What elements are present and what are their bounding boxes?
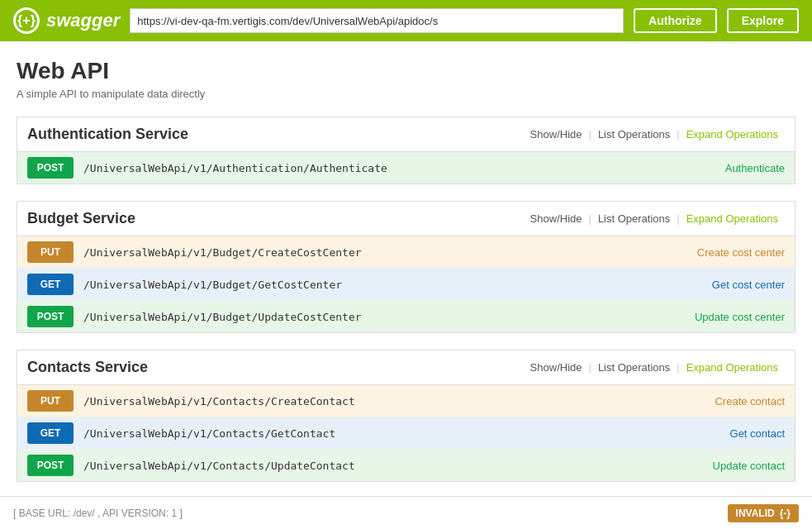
api-path: /UniversalWebApi/v1/Budget/UpdateCostCen… [83, 311, 695, 323]
service-budget-name: Budget Service [27, 210, 524, 227]
api-path: /UniversalWebApi/v1/Contacts/CreateConta… [83, 395, 715, 407]
service-budget-header: Budget Service Show/Hide | List Operatio… [17, 202, 795, 236]
header: {+} swagger Authorize Explore [0, 0, 812, 41]
auth-expand-ops[interactable]: Expand Operations [680, 128, 785, 141]
service-budget: Budget Service Show/Hide | List Operatio… [17, 201, 795, 333]
api-description: Get contact [730, 427, 785, 440]
api-path: /UniversalWebApi/v1/Contacts/GetContact [83, 427, 730, 440]
api-row[interactable]: POST /UniversalWebApi/v1/Budget/UpdateCo… [17, 301, 795, 332]
api-description: Update contact [713, 460, 785, 472]
budget-show-hide[interactable]: Show/Hide [524, 212, 589, 225]
service-authentication-controls: Show/Hide | List Operations | Expand Ope… [524, 128, 785, 141]
page-subtitle: A simple API to manipulate data directly [17, 88, 795, 100]
method-badge-get: GET [27, 422, 74, 444]
logo-text: swagger [46, 10, 120, 31]
auth-show-hide[interactable]: Show/Hide [524, 128, 589, 141]
service-contacts: Contacts Service Show/Hide | List Operat… [17, 350, 795, 482]
footer-status-icon: {-} [780, 508, 791, 519]
auth-list-ops[interactable]: List Operations [591, 128, 677, 141]
budget-list-ops[interactable]: List Operations [591, 212, 677, 225]
method-badge-post: POST [27, 455, 74, 476]
api-row[interactable]: POST /UniversalWebApi/v1/Contacts/Update… [17, 450, 795, 481]
method-badge-put: PUT [27, 390, 74, 412]
page-title: Web API [17, 58, 795, 84]
api-description: Get cost center [712, 279, 785, 291]
method-badge-get: GET [27, 274, 74, 295]
footer-status-badge: INVALID {-} [728, 504, 799, 522]
url-input[interactable] [130, 8, 624, 33]
logo: {+} swagger [13, 7, 120, 34]
api-row[interactable]: POST /UniversalWebApi/v1/Authentication/… [17, 152, 795, 183]
logo-icon: {+} [13, 7, 40, 34]
method-badge-post: POST [27, 306, 74, 327]
contacts-list-ops[interactable]: List Operations [591, 361, 677, 374]
budget-expand-ops[interactable]: Expand Operations [680, 212, 785, 225]
service-budget-controls: Show/Hide | List Operations | Expand Ope… [524, 212, 785, 225]
api-description: Update cost center [695, 311, 785, 323]
api-row[interactable]: PUT /UniversalWebApi/v1/Contacts/CreateC… [17, 385, 795, 417]
footer-status-label: INVALID [736, 508, 775, 519]
explore-button[interactable]: Explore [727, 8, 799, 33]
service-contacts-name: Contacts Service [27, 359, 524, 376]
api-description: Create cost center [697, 246, 785, 259]
api-row[interactable]: PUT /UniversalWebApi/v1/Budget/CreateCos… [17, 236, 795, 269]
api-description: Create contact [715, 395, 785, 407]
api-path: /UniversalWebApi/v1/Contacts/UpdateConta… [83, 460, 713, 472]
method-badge-put: PUT [27, 241, 74, 263]
api-path: /UniversalWebApi/v1/Budget/GetCostCenter [83, 279, 712, 291]
api-description: Authenticate [725, 162, 785, 174]
service-contacts-header: Contacts Service Show/Hide | List Operat… [17, 350, 795, 385]
contacts-show-hide[interactable]: Show/Hide [524, 361, 589, 374]
main-content: Web API A simple API to manipulate data … [0, 41, 812, 529]
service-authentication: Authentication Service Show/Hide | List … [17, 117, 795, 184]
contacts-expand-ops[interactable]: Expand Operations [680, 361, 785, 374]
method-badge-post: POST [27, 157, 74, 179]
service-contacts-controls: Show/Hide | List Operations | Expand Ope… [524, 361, 785, 374]
service-authentication-name: Authentication Service [27, 126, 524, 143]
api-path: /UniversalWebApi/v1/Budget/CreateCostCen… [83, 246, 697, 259]
authorize-button[interactable]: Authorize [634, 8, 717, 33]
api-row[interactable]: GET /UniversalWebApi/v1/Contacts/GetCont… [17, 417, 795, 450]
api-path: /UniversalWebApi/v1/Authentication/Authe… [83, 162, 725, 174]
footer: [ BASE URL: /dev/ , API VERSION: 1 ] INV… [0, 496, 812, 529]
footer-base-url: [ BASE URL: /dev/ , API VERSION: 1 ] [13, 508, 183, 519]
api-row[interactable]: GET /UniversalWebApi/v1/Budget/GetCostCe… [17, 269, 795, 301]
service-authentication-header: Authentication Service Show/Hide | List … [17, 117, 795, 152]
